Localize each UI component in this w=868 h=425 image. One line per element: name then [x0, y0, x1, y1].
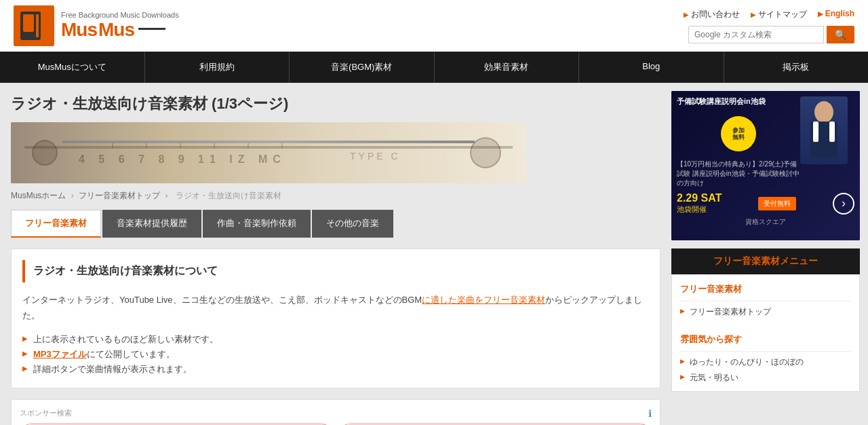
ad-date: 2.29 SAT	[677, 192, 722, 204]
tab-other[interactable]: その他の音楽	[312, 210, 393, 238]
sidebar-section-free-music: フリー音楽素材 フリー音楽素材トップ	[672, 275, 859, 325]
sidebar: ◀ ▶ ✕ 予備試験講座説明会in池袋 参加 無料 【10万円	[671, 83, 868, 425]
logo-icon	[14, 5, 54, 46]
header-top: Free Background Music Downloads MusMus お…	[0, 0, 868, 52]
mp3-highlight: MP3ファイル	[33, 349, 87, 359]
sidebar-divider-1	[680, 301, 851, 301]
svg-rect-4	[24, 146, 513, 149]
breadcrumb-top[interactable]: フリー音楽素材トップ	[79, 191, 160, 200]
contact-link[interactable]: お問い合わせ	[684, 9, 740, 20]
svg-rect-18	[829, 122, 835, 142]
breadcrumb-home[interactable]: MusMusホーム	[11, 191, 66, 200]
nav-item-about[interactable]: MusMusについて	[0, 52, 145, 83]
logo-brand: MusMus	[61, 19, 179, 41]
bullet-list: 上に表示されているものほど新しい素材です。 MP3ファイルにて公開しています。 …	[22, 332, 649, 377]
section-body-text1: インターネットラジオ、YouTube Live、ニコ生などの生放送や、こえ部、ポ…	[22, 295, 422, 305]
sidebar-section-mood: 雰囲気から探す ゆったり・のんびり・ほのぼの 元気・明るい	[672, 325, 859, 391]
svg-text:4 5 6 7 8 9  11 IZ  MC: 4 5 6 7 8 9 11 IZ MC	[79, 153, 286, 165]
logo-tagline: Free Background Music Downloads	[61, 11, 179, 19]
breadcrumb-current: ラジオ・生放送向け音楽素材	[176, 191, 281, 200]
ad-tag: 受付無料	[758, 197, 796, 210]
svg-point-7	[33, 141, 57, 165]
english-link[interactable]: English	[818, 9, 854, 20]
svg-rect-1	[23, 14, 34, 32]
breadcrumb: MusMusホーム › フリー音楽素材トップ › ラジオ・生放送向け音楽素材	[11, 190, 660, 202]
page-title: ラジオ・生放送向け音楽素材 (1/3ページ)	[11, 94, 660, 114]
ad-title: 予備試験講座説明会in池袋	[677, 96, 800, 107]
header-links: お問い合わせ サイトマップ English	[684, 9, 854, 20]
ad-sponsor: 資格スクエア	[677, 217, 854, 227]
section-body-text2: に適した楽曲を	[422, 295, 484, 305]
section-highlight: フリー音楽素材	[484, 295, 545, 305]
svg-point-8	[471, 138, 500, 168]
sidebar-link-free-music-top[interactable]: フリー音楽素材トップ	[680, 304, 851, 320]
tab-free-music[interactable]: フリー音楽素材	[11, 210, 101, 238]
list-item-1: 上に表示されているものほど新しい素材です。	[22, 332, 649, 347]
ad-venue: 池袋開催	[677, 204, 722, 215]
svg-rect-17	[813, 122, 818, 142]
list-item-3: 詳細ボタンで楽曲情報が表示されます。	[22, 362, 649, 377]
breadcrumb-sep2: ›	[165, 191, 167, 200]
svg-rect-2	[36, 14, 39, 37]
main-content: ラジオ・生放送向け音楽素材 (1/3ページ)	[0, 83, 671, 425]
sidebar-menu-title: フリー音楽素材メニュー	[671, 248, 860, 274]
ad-badge: 参加 無料	[721, 116, 756, 151]
sidebar-menu-content: フリー音楽素材 フリー音楽素材トップ 雰囲気から探す ゆったり・のんびり・ほのぼ…	[671, 274, 860, 392]
nav-item-bulletin[interactable]: 掲示板	[724, 52, 869, 83]
nav-item-blog[interactable]: Blog	[579, 52, 724, 83]
list-item-2: MP3ファイルにて公開しています。	[22, 347, 649, 362]
ad-badge-line2: 無料	[732, 134, 745, 141]
tab-compose[interactable]: 作曲・音楽制作依頼	[203, 210, 311, 238]
sitemap-link[interactable]: サイトマップ	[751, 9, 807, 20]
content-box: ラジオ・生放送向け音楽素材について インターネットラジオ、YouTube Liv…	[11, 248, 660, 388]
nav-item-sfx[interactable]: 効果音素材	[435, 52, 580, 83]
sidebar-section-title-mood: 雰囲気から探す	[680, 331, 851, 348]
main-nav: MusMusについて 利用規約 音楽(BGM)素材 効果音素材 Blog 掲示板	[0, 52, 868, 83]
tab-history[interactable]: 音楽素材提供履歴	[102, 210, 201, 238]
logo-text-block: Free Background Music Downloads MusMus	[61, 11, 179, 41]
nav-item-music-bgm[interactable]: 音楽(BGM)素材	[290, 52, 435, 83]
tabs: フリー音楽素材 音楽素材提供履歴 作曲・音楽制作依頼 その他の音楽	[11, 210, 660, 238]
ad-description: 【10万円相当の特典あり】2/29(土)予備試験 講座説明会in池袋・予備試験検…	[677, 160, 800, 188]
list-item-2-text: にて公開しています。	[87, 349, 175, 359]
ad-cta-btn[interactable]: ›	[833, 193, 854, 215]
sidebar-menu: フリー音楽素材メニュー フリー音楽素材 フリー音楽素材トップ 雰囲気から探す ゆ…	[671, 248, 860, 392]
main-wrapper: ラジオ・生放送向け音楽素材 (1/3ページ)	[0, 83, 868, 425]
sidebar-ad: ◀ ▶ ✕ 予備試験講座説明会in池袋 参加 無料 【10万円	[671, 91, 860, 240]
section-body: インターネットラジオ、YouTube Live、ニコ生などの生放送や、こえ部、ポ…	[22, 292, 649, 324]
sidebar-link-relaxed[interactable]: ゆったり・のんびり・ほのぼの	[680, 354, 851, 370]
svg-text:TYPE C: TYPE C	[350, 151, 401, 162]
search-input[interactable]	[688, 26, 824, 43]
hero-radio-dial: 4 5 6 7 8 9 11 IZ MC TYPE C	[11, 122, 526, 183]
search-button[interactable]: 🔍	[827, 26, 854, 43]
sponsor-label: スポンサー検索	[20, 408, 652, 418]
svg-point-15	[814, 101, 833, 123]
sidebar-link-energetic[interactable]: 元気・明るい	[680, 370, 851, 386]
header: Free Background Music Downloads MusMus お…	[0, 0, 868, 52]
logo-area: Free Background Music Downloads MusMus	[14, 5, 179, 46]
ad-badge-line1: 参加	[732, 127, 745, 134]
sponsor-search: スポンサー検索 🔍 🔍	[11, 399, 660, 425]
svg-rect-3	[11, 122, 526, 183]
header-right: お問い合わせ サイトマップ English 🔍	[684, 9, 854, 43]
search-area: 🔍	[688, 26, 854, 43]
section-title: ラジオ・生放送向け音楽素材について	[22, 260, 649, 282]
nav-item-terms[interactable]: 利用規約	[145, 52, 290, 83]
sidebar-section-title-free-music: フリー音楽素材	[680, 280, 851, 298]
hero-image: 4 5 6 7 8 9 11 IZ MC TYPE C	[11, 122, 526, 183]
sidebar-divider-2	[680, 351, 851, 352]
breadcrumb-sep1: ›	[71, 191, 74, 200]
